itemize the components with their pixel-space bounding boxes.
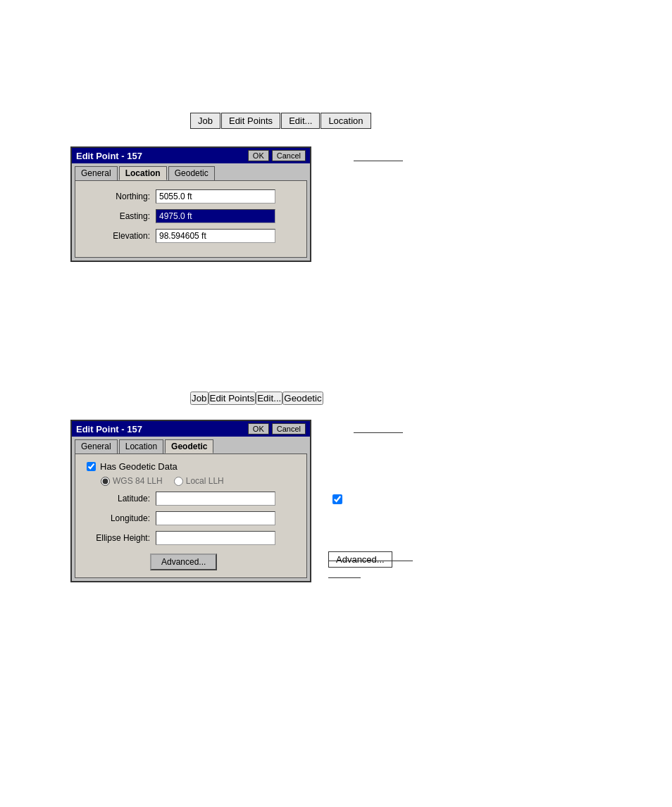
ellipse-height-label: Ellipse Height: (87, 533, 150, 543)
edit-point-dialog-1: Edit Point - 157 OK Cancel General Locat… (70, 146, 311, 262)
tab-general-2[interactable]: General (75, 439, 118, 453)
coordinate-type-row: WGS 84 LLH Local LLH (101, 476, 295, 486)
ellipse-height-input[interactable] (156, 531, 275, 545)
easting-row: Easting: (87, 209, 295, 223)
tab-geodetic-1[interactable]: Geodetic (168, 166, 215, 180)
reference-underline-2 (354, 432, 403, 433)
reference-underline-3 (328, 561, 413, 561)
tab-location-1[interactable]: Location (119, 166, 167, 180)
longitude-label: Longitude: (87, 513, 150, 523)
geodetic-btn[interactable]: Geodetic (282, 392, 323, 405)
easting-input[interactable] (156, 209, 275, 223)
dialog-ok-btn-2[interactable]: OK (248, 423, 269, 434)
wgs84-radio-label: WGS 84 LLH (101, 476, 163, 486)
dialog-title-1: Edit Point - 157 (76, 151, 248, 161)
edit-point-dialog-2: Edit Point - 157 OK Cancel General Locat… (70, 420, 311, 582)
edit-btn-2[interactable]: Edit... (256, 392, 282, 405)
wgs84-radio[interactable] (101, 477, 110, 486)
has-geodetic-row: Has Geodetic Data (87, 461, 295, 472)
toolbar-2: Job Edit Points Edit... Geodetic (190, 392, 323, 405)
standalone-checkbox[interactable] (332, 494, 342, 504)
dialog-content-1: Northing: Easting: Elevation: (75, 180, 307, 258)
location-btn[interactable]: Location (321, 113, 371, 129)
dialog-titlebar-1: Edit Point - 157 OK Cancel (72, 148, 310, 163)
edit-points-btn-2[interactable]: Edit Points (209, 392, 256, 405)
tab-general-1[interactable]: General (75, 166, 118, 180)
northing-input[interactable] (156, 189, 275, 204)
dialog-tabs-2: General Location Geodetic (72, 437, 310, 453)
advanced-btn-dialog[interactable]: Advanced... (150, 553, 217, 570)
local-llh-radio[interactable] (174, 477, 183, 486)
latitude-input[interactable] (156, 492, 275, 506)
elevation-label: Elevation: (87, 231, 150, 241)
tab-geodetic-2[interactable]: Geodetic (165, 439, 213, 453)
local-llh-radio-label: Local LLH (174, 476, 224, 486)
dialog-title-buttons-1: OK Cancel (248, 150, 306, 161)
easting-label: Easting: (87, 211, 150, 221)
longitude-input[interactable] (156, 511, 275, 525)
local-llh-label: Local LLH (186, 476, 224, 486)
job-btn-2[interactable]: Job (190, 392, 209, 405)
dialog-cancel-btn-2[interactable]: Cancel (272, 423, 306, 434)
tab-location-2[interactable]: Location (119, 439, 163, 453)
toolbar-1: Job Edit Points Edit... Location (190, 113, 372, 129)
dialog-titlebar-2: Edit Point - 157 OK Cancel (72, 421, 310, 437)
geodetic-content: Has Geodetic Data WGS 84 LLH Local LLH L… (75, 453, 307, 578)
reference-underline-1 (354, 161, 403, 161)
dialog-tabs-1: General Location Geodetic (72, 163, 310, 180)
northing-row: Northing: (87, 189, 295, 204)
latitude-label: Latitude: (87, 494, 150, 503)
ellipse-height-row: Ellipse Height: (87, 531, 295, 545)
standalone-advanced-btn[interactable]: Advanced... (328, 551, 392, 568)
dialog-title-2: Edit Point - 157 (76, 424, 248, 434)
dialog-ok-btn-1[interactable]: OK (248, 150, 269, 161)
elevation-row: Elevation: (87, 229, 295, 243)
has-geodetic-label: Has Geodetic Data (100, 461, 178, 472)
dialog-title-buttons-2: OK Cancel (248, 423, 306, 434)
latitude-row: Latitude: (87, 492, 295, 506)
elevation-input[interactable] (156, 229, 275, 243)
edit-points-btn[interactable]: Edit Points (221, 113, 280, 129)
job-btn[interactable]: Job (190, 113, 220, 129)
northing-label: Northing: (87, 192, 150, 201)
has-geodetic-checkbox[interactable] (87, 462, 96, 471)
reference-underline-4 (328, 577, 361, 578)
dialog-cancel-btn-1[interactable]: Cancel (272, 150, 306, 161)
edit-btn[interactable]: Edit... (281, 113, 320, 129)
wgs84-label: WGS 84 LLH (113, 476, 163, 486)
longitude-row: Longitude: (87, 511, 295, 525)
